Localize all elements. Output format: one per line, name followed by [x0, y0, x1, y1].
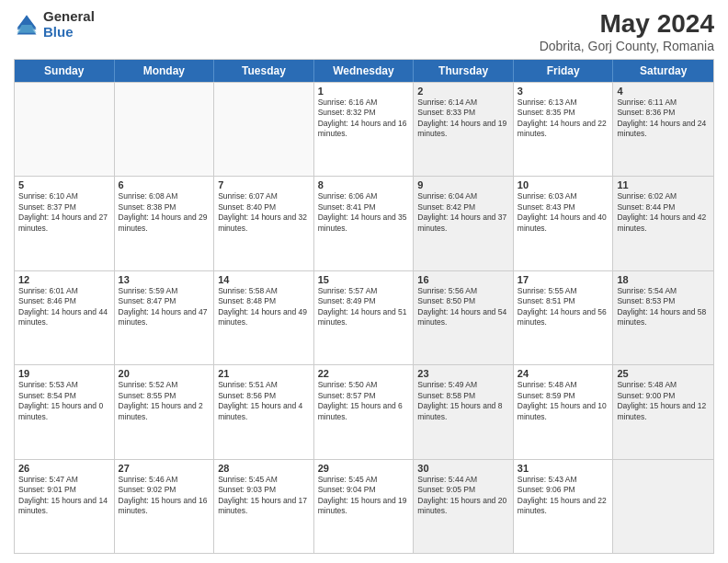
- day-number: 24: [518, 368, 609, 379]
- cell-info: Sunrise: 5:53 AMSunset: 8:54 PMDaylight:…: [18, 380, 110, 422]
- cell-info: Sunrise: 6:02 AMSunset: 8:44 PMDaylight:…: [617, 191, 710, 234]
- cal-cell-day-1: 1Sunrise: 6:16 AMSunset: 8:32 PMDaylight…: [314, 83, 415, 176]
- cal-cell-day-28: 28Sunrise: 5:45 AMSunset: 9:03 PMDayligh…: [214, 460, 314, 553]
- cell-info: Sunrise: 6:01 AMSunset: 8:46 PMDaylight:…: [18, 286, 110, 328]
- cell-info: Sunrise: 6:03 AMSunset: 8:43 PMDaylight:…: [518, 191, 609, 234]
- cal-cell-day-7: 7Sunrise: 6:07 AMSunset: 8:40 PMDaylight…: [214, 177, 314, 270]
- cal-cell-day-20: 20Sunrise: 5:52 AMSunset: 8:55 PMDayligh…: [115, 365, 215, 458]
- cal-cell-day-8: 8Sunrise: 6:06 AMSunset: 8:41 PMDaylight…: [314, 177, 415, 270]
- day-number: 21: [218, 368, 310, 379]
- cell-info: Sunrise: 5:47 AMSunset: 9:01 PMDaylight:…: [18, 475, 110, 517]
- cal-row-3: 19Sunrise: 5:53 AMSunset: 8:54 PMDayligh…: [15, 364, 713, 458]
- cal-cell-day-12: 12Sunrise: 6:01 AMSunset: 8:46 PMDayligh…: [15, 271, 115, 364]
- day-number: 22: [318, 368, 410, 379]
- cal-row-1: 5Sunrise: 6:10 AMSunset: 8:37 PMDaylight…: [15, 176, 713, 270]
- cell-info: Sunrise: 6:13 AMSunset: 8:35 PMDaylight:…: [518, 98, 609, 140]
- day-number: 8: [318, 179, 410, 190]
- logo-icon: [14, 12, 40, 38]
- cell-info: Sunrise: 5:58 AMSunset: 8:48 PMDaylight:…: [218, 286, 310, 328]
- cal-header-thursday: Thursday: [414, 60, 514, 82]
- title-area: May 2024 Dobrita, Gorj County, Romania: [540, 9, 714, 53]
- cal-cell-day-24: 24Sunrise: 5:48 AMSunset: 8:59 PMDayligh…: [514, 365, 614, 458]
- day-number: 10: [518, 179, 609, 190]
- cell-info: Sunrise: 5:51 AMSunset: 8:56 PMDaylight:…: [218, 380, 310, 422]
- cell-info: Sunrise: 6:08 AMSunset: 8:38 PMDaylight:…: [119, 191, 210, 234]
- cal-header-monday: Monday: [115, 60, 215, 82]
- cal-cell-day-11: 11Sunrise: 6:02 AMSunset: 8:44 PMDayligh…: [613, 177, 713, 270]
- cal-cell-day-19: 19Sunrise: 5:53 AMSunset: 8:54 PMDayligh…: [15, 365, 115, 458]
- cal-cell-empty: [613, 460, 713, 553]
- cal-row-2: 12Sunrise: 6:01 AMSunset: 8:46 PMDayligh…: [15, 270, 713, 364]
- cal-cell-day-31: 31Sunrise: 5:43 AMSunset: 9:06 PMDayligh…: [514, 460, 614, 553]
- day-number: 19: [18, 368, 110, 379]
- day-number: 7: [218, 179, 310, 190]
- cell-info: Sunrise: 5:48 AMSunset: 8:59 PMDaylight:…: [518, 380, 609, 422]
- cal-cell-day-10: 10Sunrise: 6:03 AMSunset: 8:43 PMDayligh…: [514, 177, 614, 270]
- day-number: 28: [218, 463, 310, 474]
- cell-info: Sunrise: 5:45 AMSunset: 9:03 PMDaylight:…: [218, 475, 310, 517]
- main-title: May 2024: [540, 9, 714, 39]
- day-number: 6: [119, 179, 210, 190]
- cal-cell-day-16: 16Sunrise: 5:56 AMSunset: 8:50 PMDayligh…: [414, 271, 514, 364]
- cal-cell-day-21: 21Sunrise: 5:51 AMSunset: 8:56 PMDayligh…: [214, 365, 314, 458]
- day-number: 27: [119, 463, 210, 474]
- cal-cell-day-30: 30Sunrise: 5:44 AMSunset: 9:05 PMDayligh…: [414, 460, 514, 553]
- day-number: 1: [318, 86, 410, 97]
- cal-cell-day-27: 27Sunrise: 5:46 AMSunset: 9:02 PMDayligh…: [115, 460, 215, 553]
- logo: General Blue: [14, 9, 95, 40]
- cal-cell-day-23: 23Sunrise: 5:49 AMSunset: 8:58 PMDayligh…: [414, 365, 514, 458]
- header: General Blue May 2024 Dobrita, Gorj Coun…: [14, 9, 714, 53]
- day-number: 26: [18, 463, 110, 474]
- cell-info: Sunrise: 6:04 AMSunset: 8:42 PMDaylight:…: [417, 191, 509, 234]
- cal-cell-day-15: 15Sunrise: 5:57 AMSunset: 8:49 PMDayligh…: [314, 271, 415, 364]
- cell-info: Sunrise: 5:55 AMSunset: 8:51 PMDaylight:…: [518, 286, 609, 328]
- cell-info: Sunrise: 6:14 AMSunset: 8:33 PMDaylight:…: [417, 98, 509, 140]
- calendar-body: 1Sunrise: 6:16 AMSunset: 8:32 PMDaylight…: [15, 82, 713, 553]
- cal-cell-day-3: 3Sunrise: 6:13 AMSunset: 8:35 PMDaylight…: [514, 83, 614, 176]
- day-number: 11: [617, 179, 710, 190]
- cell-info: Sunrise: 5:59 AMSunset: 8:47 PMDaylight:…: [119, 286, 210, 328]
- day-number: 4: [617, 86, 710, 97]
- day-number: 31: [518, 463, 609, 474]
- cal-cell-day-29: 29Sunrise: 5:45 AMSunset: 9:04 PMDayligh…: [314, 460, 415, 553]
- cal-row-4: 26Sunrise: 5:47 AMSunset: 9:01 PMDayligh…: [15, 459, 713, 553]
- day-number: 23: [417, 368, 509, 379]
- cal-cell-day-26: 26Sunrise: 5:47 AMSunset: 9:01 PMDayligh…: [15, 460, 115, 553]
- cal-cell-day-13: 13Sunrise: 5:59 AMSunset: 8:47 PMDayligh…: [115, 271, 215, 364]
- cell-info: Sunrise: 6:11 AMSunset: 8:36 PMDaylight:…: [617, 98, 710, 140]
- day-number: 30: [417, 463, 509, 474]
- logo-blue-text: Blue: [43, 25, 95, 40]
- cell-info: Sunrise: 5:48 AMSunset: 9:00 PMDaylight:…: [617, 380, 710, 422]
- cal-cell-empty: [115, 83, 215, 176]
- cal-header-sunday: Sunday: [15, 60, 115, 82]
- cal-cell-day-6: 6Sunrise: 6:08 AMSunset: 8:38 PMDaylight…: [115, 177, 215, 270]
- day-number: 17: [518, 274, 609, 285]
- cell-info: Sunrise: 5:45 AMSunset: 9:04 PMDaylight:…: [318, 475, 410, 517]
- cell-info: Sunrise: 5:56 AMSunset: 8:50 PMDaylight:…: [417, 286, 509, 328]
- day-number: 15: [318, 274, 410, 285]
- cell-info: Sunrise: 5:44 AMSunset: 9:05 PMDaylight:…: [417, 475, 509, 517]
- calendar: SundayMondayTuesdayWednesdayThursdayFrid…: [14, 59, 714, 554]
- day-number: 12: [18, 274, 110, 285]
- cal-cell-day-22: 22Sunrise: 5:50 AMSunset: 8:57 PMDayligh…: [314, 365, 415, 458]
- day-number: 16: [417, 274, 509, 285]
- cal-cell-day-5: 5Sunrise: 6:10 AMSunset: 8:37 PMDaylight…: [15, 177, 115, 270]
- cell-info: Sunrise: 5:50 AMSunset: 8:57 PMDaylight:…: [318, 380, 410, 422]
- cell-info: Sunrise: 6:06 AMSunset: 8:41 PMDaylight:…: [318, 191, 410, 234]
- cell-info: Sunrise: 5:54 AMSunset: 8:53 PMDaylight:…: [617, 286, 710, 328]
- day-number: 9: [417, 179, 509, 190]
- cal-cell-day-2: 2Sunrise: 6:14 AMSunset: 8:33 PMDaylight…: [414, 83, 514, 176]
- cal-cell-day-9: 9Sunrise: 6:04 AMSunset: 8:42 PMDaylight…: [414, 177, 514, 270]
- cal-header-saturday: Saturday: [613, 60, 713, 82]
- cell-info: Sunrise: 5:49 AMSunset: 8:58 PMDaylight:…: [417, 380, 509, 422]
- day-number: 29: [318, 463, 410, 474]
- cell-info: Sunrise: 6:10 AMSunset: 8:37 PMDaylight:…: [18, 191, 110, 234]
- cal-header-wednesday: Wednesday: [314, 60, 415, 82]
- cal-cell-day-4: 4Sunrise: 6:11 AMSunset: 8:36 PMDaylight…: [613, 83, 713, 176]
- cell-info: Sunrise: 5:52 AMSunset: 8:55 PMDaylight:…: [119, 380, 210, 422]
- cal-cell-empty: [214, 83, 314, 176]
- day-number: 20: [119, 368, 210, 379]
- cal-cell-day-14: 14Sunrise: 5:58 AMSunset: 8:48 PMDayligh…: [214, 271, 314, 364]
- day-number: 14: [218, 274, 310, 285]
- day-number: 13: [119, 274, 210, 285]
